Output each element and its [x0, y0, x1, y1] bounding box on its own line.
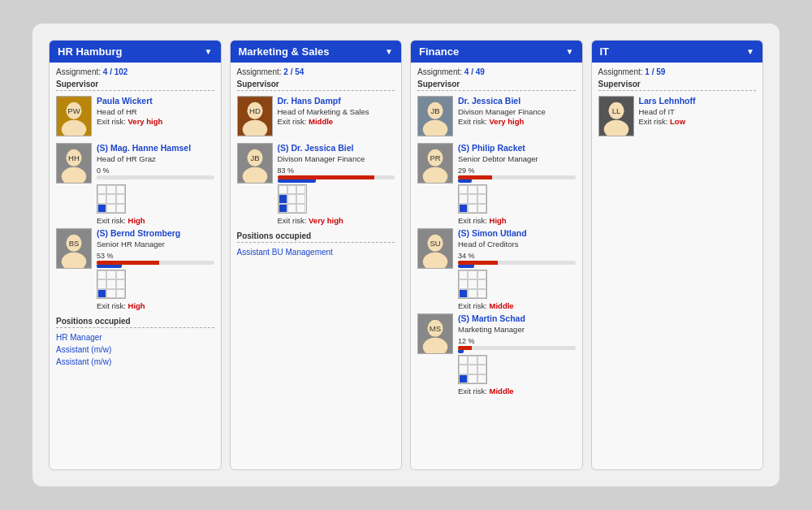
grid-cell [97, 185, 106, 194]
grid-cell [97, 289, 106, 298]
progress-label: 34 % [458, 252, 576, 260]
column-dropdown-arrow[interactable]: ▼ [205, 47, 213, 56]
progress-bar: 0 % [97, 166, 214, 179]
progress-bar: 29 % [458, 166, 576, 179]
grid-cell [468, 289, 477, 298]
column-dropdown-arrow[interactable]: ▼ [566, 47, 574, 56]
progress-bar: 83 % [278, 166, 395, 179]
grid-cell [97, 194, 106, 203]
supervisor-info: Lars Lehnhoff Head of IT Exit risk: Low [639, 96, 757, 126]
assignment-text: Assignment: 2 / 54 [237, 67, 395, 76]
position-item-2[interactable]: Assistant (m/w) [56, 356, 214, 368]
positions-occupied-label: Positions occupied [237, 231, 395, 243]
grid-cell [459, 279, 468, 288]
succession-photo-0: JB [237, 143, 273, 184]
progress-track [458, 175, 576, 179]
succession-title-2: Marketing Manager [458, 325, 576, 335]
column-dropdown-arrow[interactable]: ▼ [385, 47, 393, 56]
grid-cell [459, 356, 468, 365]
progress-label: 12 % [458, 337, 576, 345]
grid-cell [116, 194, 125, 203]
succession-exit-risk-value-2: Middle [490, 387, 514, 395]
supervisor-name: Dr. Hans Dampf [278, 96, 395, 107]
succession-exit-risk-0: Exit risk: High [97, 216, 214, 225]
supervisor-name: Lars Lehnhoff [639, 96, 757, 107]
progress-fill-blue [458, 265, 474, 268]
svg-text:SU: SU [430, 239, 440, 248]
succession-photo-0: HH [56, 143, 92, 184]
succession-info-1: (S) Bernd Stromberg Senior HR Manager 53… [97, 228, 214, 310]
grid-cell [459, 289, 468, 298]
progress-track [97, 175, 214, 179]
column-header-marketing-sales[interactable]: Marketing & Sales ▼ [231, 41, 402, 63]
column-header-it[interactable]: IT ▼ [592, 41, 763, 63]
supervisor-photo: LL [598, 96, 634, 136]
progress-label: 29 % [458, 166, 576, 175]
grid-cell [97, 204, 106, 213]
svg-text:PW: PW [67, 106, 80, 115]
column-title: IT [600, 45, 610, 58]
succession-exit-risk-0: Exit risk: High [458, 216, 576, 225]
position-item-0[interactable]: Assistant BU Management [237, 246, 395, 258]
grid-cell [116, 270, 125, 279]
grid-cell [468, 204, 477, 213]
assignment-text: Assignment: 1 / 59 [598, 67, 757, 76]
progress-bar: 53 % [97, 252, 214, 265]
grid-cell [477, 279, 486, 288]
succession-title-1: Senior HR Manager [97, 240, 214, 249]
supervisor-photo: HD [237, 96, 273, 136]
grid-cell [287, 204, 296, 213]
column-finance: Finance ▼ Assignment: 4 / 49 Supervisor … [410, 40, 583, 470]
column-marketing-sales: Marketing & Sales ▼ Assignment: 2 / 54 S… [230, 40, 403, 470]
column-title: Marketing & Sales [239, 45, 330, 58]
grid-cell [296, 185, 305, 194]
position-item-0[interactable]: HR Manager [56, 331, 214, 344]
succession-title-0: Senior Debtor Manager [458, 154, 576, 164]
grid-cell [279, 194, 287, 203]
succession-grid [97, 270, 126, 299]
succession-name-0: (S) Dr. Jessica Biel [278, 143, 395, 154]
progress-fill-blue [458, 350, 464, 353]
grid-cell [477, 270, 486, 279]
succession-grid [458, 270, 487, 299]
supervisor-photo: JB [417, 96, 453, 136]
succession-name-1: (S) Bernd Stromberg [97, 228, 214, 240]
supervisor-info: Paula Wickert Head of HR Exit risk: Very… [97, 96, 214, 126]
succession-card-0: HH (S) Mag. Hanne Hamsel Head of HR Graz… [56, 143, 214, 225]
succession-card-1: SU (S) Simon Utland Head of Creditors 34… [417, 228, 576, 310]
grid-cell [97, 270, 106, 279]
grid-cell [116, 204, 125, 213]
supervisor-title: Head of IT [639, 107, 757, 117]
supervisor-exit-risk: Exit risk: Low [639, 117, 757, 126]
column-dropdown-arrow[interactable]: ▼ [746, 47, 754, 56]
progress-fill-blue [278, 179, 317, 183]
succession-title-0: Divison Manager Finance [278, 154, 395, 164]
grid-cell [287, 185, 296, 194]
succession-photo-0: PR [417, 143, 453, 184]
succession-card-0: JB (S) Dr. Jessica Biel Divison Manager … [237, 143, 395, 225]
assignment-value: 4 / 102 [103, 67, 128, 76]
grid-cell [287, 194, 296, 203]
progress-label: 0 % [97, 166, 214, 175]
supervisor-label: Supervisor [237, 80, 395, 91]
position-item-1[interactable]: Assistant (m/w) [56, 344, 214, 356]
supervisor-title: Head of HR [97, 107, 214, 117]
succession-exit-risk-1: Exit risk: High [97, 301, 214, 310]
columns-wrapper: HR Hamburg ▼ Assignment: 4 / 102 Supervi… [49, 40, 763, 470]
supervisor-name: Dr. Jessica Biel [458, 96, 576, 107]
grid-cell [459, 185, 468, 194]
grid-cell [106, 194, 115, 203]
grid-cell [296, 204, 305, 213]
grid-cell [106, 279, 115, 288]
column-header-finance[interactable]: Finance ▼ [411, 41, 582, 63]
grid-cell [468, 194, 477, 203]
succession-card-2: MS (S) Martin Schad Marketing Manager 12… [417, 313, 576, 395]
grid-cell [279, 204, 287, 213]
svg-text:JB: JB [430, 106, 439, 115]
column-header-hr-hamburg[interactable]: HR Hamburg ▼ [50, 41, 221, 63]
assignment-value: 4 / 49 [464, 67, 485, 76]
supervisor-name: Paula Wickert [97, 96, 214, 107]
grid-cell [459, 194, 468, 203]
succession-grid [97, 184, 126, 214]
svg-text:HD: HD [249, 106, 261, 115]
